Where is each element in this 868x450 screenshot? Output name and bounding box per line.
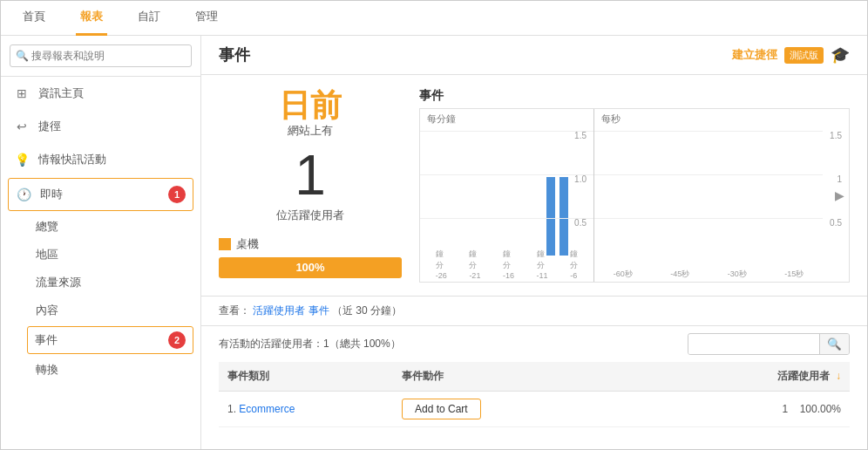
chart-bar-1 [546,177,555,256]
current-label: 日前 [219,88,402,123]
sort-icon[interactable]: ↓ [836,370,841,382]
legend-row: 桌機 [219,236,402,252]
legend-label: 桌機 [236,236,259,252]
header-actions: 建立捷徑 測試版 🎓 [732,45,850,65]
active-users-count: 1 [219,147,402,203]
col-header-active-users: 活躍使用者 ↓ [745,362,850,392]
ry-label-1: 1 [837,174,842,184]
row-num: 1. [227,403,236,415]
x-label-21: 鐘分-21 [469,249,480,280]
y-label-10: 1.0 [574,174,587,184]
sidebar-sub-overview[interactable]: 總覽 [1,213,200,241]
sidebar-search-container: 🔍 [1,36,200,77]
sidebar-events-label: 事件 [35,332,58,348]
create-shortcut-link[interactable]: 建立捷徑 [732,47,777,63]
stats-subtitle: 網站上有 [219,123,402,139]
sidebar: 🔍 ⊞ 資訊主頁 ↩ 捷徑 💡 情報快訊活動 🕐 即時 1 總覽 地區 流量來源… [1,36,201,450]
active-users-label: 位活躍使用者 [219,208,402,223]
chart-bar-2 [559,177,568,256]
rx-label-15: -15秒 [784,269,804,280]
table-row: 1. Ecommerce Add to Cart 1 100.00% [219,392,850,427]
table-header-row: 事件類別 事件動作 活躍使用者 ↓ [219,362,850,392]
nav-home[interactable]: 首頁 [18,0,50,36]
sidebar-sub-events[interactable]: 事件 2 [27,326,193,354]
sidebar-item-label: 即時 [40,187,63,202]
top-navigation: 首頁 報表 自訂 管理 [1,1,867,36]
page-title: 事件 [219,44,250,65]
sidebar-sub-traffic[interactable]: 流量來源 [1,269,200,297]
users-pct: 100.00% [800,403,841,415]
chart-right-panel: 每秒 1.5 1 0.5 -60秒 -45秒 -30秒 -15秒 [594,109,849,282]
active-users-info: 有活動的活躍使用者：1（總共 100%） [219,337,401,351]
col-header-event-type: 事件類別 [219,362,393,392]
nav-reports[interactable]: 報表 [76,0,107,36]
view-active-users-link[interactable]: 活躍使用者 [253,304,305,317]
beta-badge: 測試版 [784,47,824,64]
sidebar-item-label: 情報快訊活動 [38,152,106,167]
add-to-cart-button[interactable]: Add to Cart [402,399,481,419]
table-section: 有活動的活躍使用者：1（總共 100%） 🔍 事件類別 事件動作 活躍使用者 ↓ [201,326,867,427]
nav-manage[interactable]: 管理 [191,0,222,36]
x-label-16: 鐘分-16 [503,249,514,280]
y-label-15: 1.5 [574,131,587,140]
left-stats-panel: 日前 網站上有 1 位活躍使用者 桌機 100% [219,88,402,283]
events-table: 事件類別 事件動作 活躍使用者 ↓ 1. Ecommerce [219,362,850,427]
y-label-05: 0.5 [574,218,587,228]
sidebar-item-label: 資訊主頁 [38,85,84,101]
page-header: 事件 建立捷徑 測試版 🎓 [201,36,867,75]
view-suffix: （近 30 分鐘） [332,304,402,317]
chart-wrapper: 每分鐘 1.5 1.0 0.5 鐘分-26 鐘分-21 鐘分-16 [419,108,850,283]
main-layout: 🔍 ⊞ 資訊主頁 ↩ 捷徑 💡 情報快訊活動 🕐 即時 1 總覽 地區 流量來源… [1,36,867,450]
arrow-icon: ↩ [14,119,30,134]
chart-title: 事件 [419,88,850,104]
view-prefix: 查看： [219,304,250,317]
dashboard-area: 日前 網站上有 1 位活躍使用者 桌機 100% 事件 每分鐘 [201,75,867,297]
x-label-11: 鐘分-11 [537,249,548,280]
view-events-link[interactable]: 事件 [309,304,329,317]
sidebar-sub-content[interactable]: 內容 [1,297,200,324]
sidebar-sub-conversion[interactable]: 轉換 [1,356,200,384]
sidebar-sub-region[interactable]: 地區 [1,241,200,269]
graduation-icon: 🎓 [831,45,850,65]
chart-right-label: 每秒 [594,109,849,129]
progress-bar: 100% [219,257,402,278]
rx-label-60: -60秒 [614,269,633,280]
main-content: 事件 建立捷徑 測試版 🎓 日前 網站上有 1 位活躍使用者 桌機 100% [201,36,867,450]
search-icon: 🔍 [16,50,29,62]
sidebar-item-shortcuts[interactable]: ↩ 捷徑 [1,110,200,143]
chart-left-panel: 每分鐘 1.5 1.0 0.5 鐘分-26 鐘分-21 鐘分-16 [420,109,594,282]
badge-2: 2 [168,331,186,349]
sidebar-item-label: 捷徑 [38,119,61,134]
table-search-input[interactable] [688,335,819,354]
x-label-26: 鐘分-26 [436,249,447,280]
sidebar-item-intelligence[interactable]: 💡 情報快訊活動 [1,143,200,176]
users-count: 1 [783,403,789,415]
ecommerce-link[interactable]: Ecommerce [239,403,295,415]
chart-area: 事件 每分鐘 1.5 1.0 0.5 鐘分-26 [419,88,850,283]
sidebar-item-dashboard[interactable]: ⊞ 資訊主頁 [1,77,200,110]
sidebar-item-realtime[interactable]: 🕐 即時 1 [8,178,193,211]
table-search-container: 🔍 [688,333,850,355]
ry-label-15: 1.5 [830,131,842,140]
table-cell-action: Add to Cart [393,392,745,427]
legend-color-square [219,238,231,250]
chart-left-label: 每分鐘 [420,109,593,129]
x-label-6: 鐘分-6 [570,249,578,280]
table-cell-num-type: 1. Ecommerce [219,392,393,427]
badge-1: 1 [168,186,186,203]
table-search-button[interactable]: 🔍 [819,334,849,354]
sidebar-search-input[interactable] [10,44,192,67]
table-cell-users: 1 100.00% [745,392,850,427]
view-row: 查看： 活躍使用者 事件 （近 30 分鐘） [201,297,867,326]
clock-icon: 🕐 [16,187,31,202]
rx-label-30: -30秒 [728,269,747,280]
ry-label-05: 0.5 [830,218,842,228]
col-header-event-action: 事件動作 [393,362,745,392]
bell-icon: 💡 [14,152,30,167]
table-info-bar: 有活動的活躍使用者：1（總共 100%） 🔍 [219,326,850,362]
grid-icon: ⊞ [14,85,30,101]
rx-label-45: -45秒 [670,269,689,280]
nav-custom[interactable]: 自訂 [133,0,165,36]
